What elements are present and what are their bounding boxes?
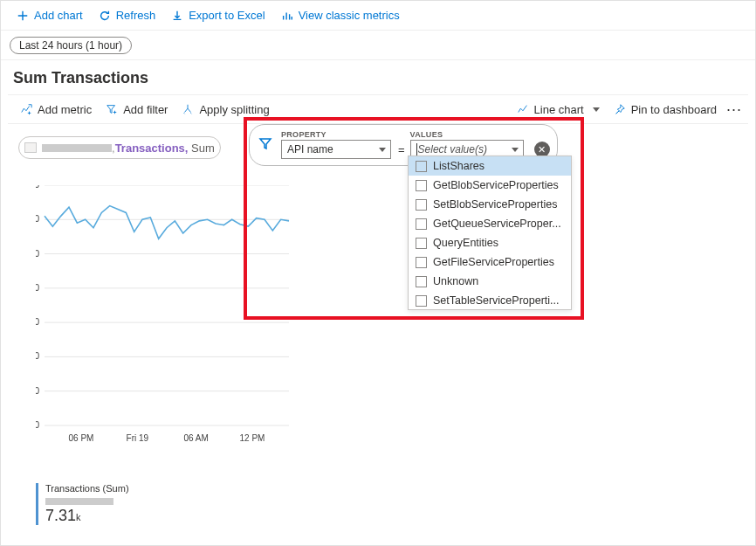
dropdown-item-label: SetTableServiceProperti... [433,294,560,307]
filter-property-value: API name [287,143,333,156]
chevron-down-icon [593,107,600,112]
svg-text:06 AM: 06 AM [183,433,208,443]
svg-text:150: 150 [36,317,39,327]
svg-text:50: 50 [36,386,39,396]
add-metric-label: Add metric [38,103,92,116]
add-metric-button[interactable]: Add metric [13,100,99,120]
pin-button[interactable]: Pin to dashboard [607,100,724,120]
svg-text:200: 200 [36,283,39,293]
bar-chart-icon [281,10,293,22]
dropdown-item-label: GetQueueServiceProper... [433,218,561,230]
dropdown-item-label: GetBlobServiceProperties [433,179,559,191]
refresh-icon [99,10,111,22]
dropdown-item[interactable]: GetFileServiceProperties [409,252,571,272]
checkbox-icon [416,199,427,211]
svg-text:250: 250 [36,249,39,259]
apply-splitting-label: Apply splitting [199,103,269,116]
export-button[interactable]: Export to Excel [164,5,271,25]
filter-property-label: PROPERTY [281,130,391,139]
chevron-down-icon [379,148,386,152]
dropdown-item[interactable]: QueryEntities [409,233,571,252]
svg-text:300: 300 [36,214,39,224]
dropdown-item-label: ListShares [433,160,485,172]
download-icon [171,10,183,22]
dropdown-item-label: Unknown [433,275,478,287]
timerange-bar: Last 24 hours (1 hour) [1,31,755,60]
dropdown-item[interactable]: Unknown [409,272,571,291]
chart-area: , Transactions, Sum ✕ PROPERTY API name … [1,124,755,530]
dropdown-item[interactable]: SetTableServiceProperti... [409,291,571,309]
action-bar: Add metric Add filter Apply splitting Li… [8,94,748,124]
export-label: Export to Excel [189,9,265,22]
chevron-down-icon [512,148,519,152]
filter-plus-icon [106,103,118,115]
line-chart: 05010015020025030035006 PMFri 1906 AM12 … [36,185,298,452]
apply-splitting-button[interactable]: Apply splitting [175,100,276,120]
add-filter-button[interactable]: Add filter [99,100,175,120]
svg-text:0: 0 [36,420,39,430]
filter-values-placeholder: Select value(s) [416,143,487,156]
svg-text:Fri 19: Fri 19 [127,433,149,443]
legend-metric: Transactions, [115,142,189,155]
dropdown-item[interactable]: SetBlobServiceProperties [409,195,571,214]
classic-label: View classic metrics [299,9,400,22]
checkbox-icon [416,257,427,268]
split-icon [182,103,194,115]
chart-type-button[interactable]: Line chart [510,100,607,120]
legend-agg: Sum [191,142,215,155]
plus-icon [17,10,29,22]
classic-metrics-button[interactable]: View classic metrics [274,5,407,25]
refresh-label: Refresh [116,9,156,22]
dropdown-scroll[interactable]: ListSharesGetBlobServicePropertiesSetBlo… [409,156,571,309]
title-section: Sum Transactions [1,60,755,94]
pin-label: Pin to dashboard [631,103,717,116]
filter-equals: = [398,143,405,156]
timerange-label: Last 24 hours (1 hour) [19,39,122,52]
add-filter-label: Add filter [123,103,168,116]
filter-icon [258,136,276,153]
legend-placeholder [42,144,112,152]
line-chart-icon [517,103,529,115]
dropdown-item-label: GetFileServiceProperties [433,256,554,268]
add-chart-button[interactable]: Add chart [10,5,90,25]
dropdown-item-label: QueryEntities [433,237,498,249]
svg-text:12 PM: 12 PM [240,433,265,443]
metric-card: Transactions (Sum) 7.31k [36,483,129,525]
metric-title: Transactions (Sum) [45,483,129,494]
dropdown-item-label: SetBlobServiceProperties [433,198,557,211]
filter-values-label: VALUES [410,130,524,139]
page-title: Sum Transactions [13,69,743,87]
pin-icon [614,103,626,115]
svg-text:350: 350 [36,185,39,190]
metric-placeholder [45,498,113,505]
svg-text:100: 100 [36,351,39,361]
filter-property-select[interactable]: API name [281,140,391,159]
more-button[interactable]: ··· [724,100,745,119]
checkbox-icon [416,218,427,230]
checkbox-icon [416,238,427,249]
metric-legend-pill[interactable]: , Transactions, Sum [18,136,221,159]
svg-text:06 PM: 06 PM [69,433,94,443]
checkbox-icon [416,180,427,191]
checkbox-icon [416,295,427,307]
metric-plus-icon [20,103,32,115]
refresh-button[interactable]: Refresh [92,5,163,25]
legend-swatch-icon [24,142,37,153]
dropdown-item[interactable]: GetQueueServiceProper... [409,214,571,233]
chart-type-label: Line chart [534,103,584,116]
dropdown-item[interactable]: GetBlobServiceProperties [409,176,571,195]
checkbox-icon [416,276,427,287]
timerange-pill[interactable]: Last 24 hours (1 hour) [10,37,132,54]
checkbox-icon [416,161,427,172]
dropdown-item[interactable]: ListShares [409,156,571,176]
top-toolbar: Add chart Refresh Export to Excel View c… [1,1,755,31]
metric-value: 7.31k [45,507,129,525]
add-chart-label: Add chart [34,9,83,22]
values-dropdown: ListSharesGetBlobServicePropertiesSetBlo… [408,156,572,310]
